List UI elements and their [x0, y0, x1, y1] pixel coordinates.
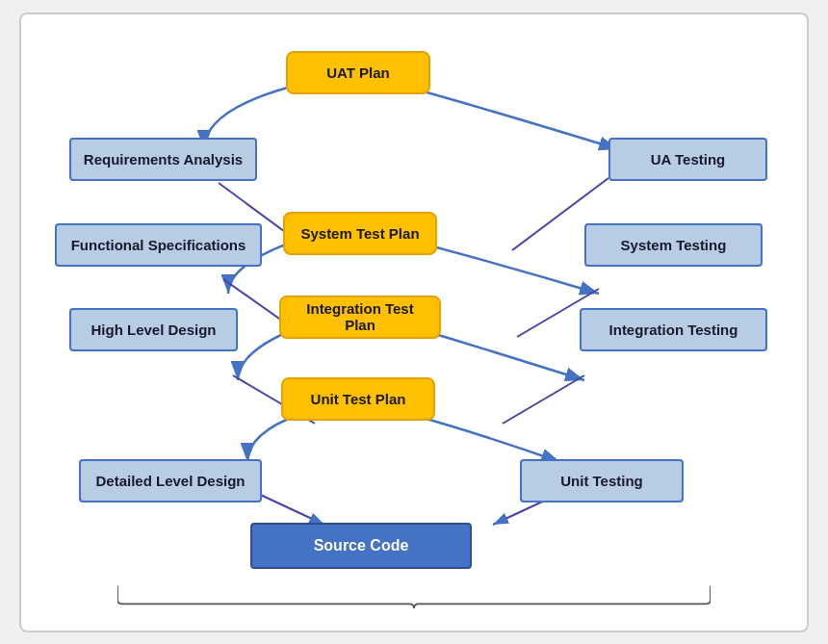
functional-specs-label: Functional Specifications	[71, 237, 246, 253]
svg-line-8	[252, 491, 324, 525]
integration-testing-box: Integration Testing	[580, 308, 767, 351]
bottom-brace	[117, 580, 711, 609]
requirements-analysis-box: Requirements Analysis	[69, 138, 257, 181]
ua-testing-label: UA Testing	[651, 151, 726, 167]
diagram-container: UAT Plan Requirements Analysis UA Testin…	[19, 13, 809, 632]
system-test-plan-label: System Test Plan	[300, 225, 419, 242]
uat-plan-box: UAT Plan	[286, 51, 430, 94]
detailed-level-design-label: Detailed Level Design	[95, 473, 245, 489]
uat-plan-label: UAT Plan	[326, 64, 390, 81]
unit-test-plan-box: Unit Test Plan	[281, 377, 435, 421]
diagram-inner: UAT Plan Requirements Analysis UA Testin…	[40, 34, 788, 611]
svg-line-7	[503, 375, 584, 424]
integration-test-plan-box: Integration Test Plan	[279, 296, 441, 339]
high-level-design-label: High Level Design	[91, 322, 216, 338]
integration-test-plan-label: Integration Test Plan	[291, 300, 429, 333]
system-testing-box: System Testing	[584, 223, 763, 267]
high-level-design-box: High Level Design	[69, 308, 238, 351]
unit-testing-label: Unit Testing	[560, 473, 643, 489]
requirements-analysis-label: Requirements Analysis	[84, 151, 243, 167]
ua-testing-box: UA Testing	[608, 138, 767, 181]
detailed-level-design-box: Detailed Level Design	[79, 459, 262, 502]
integration-testing-label: Integration Testing	[609, 322, 738, 338]
functional-specs-box: Functional Specifications	[55, 223, 262, 267]
source-code-box: Source Code	[250, 523, 472, 569]
unit-testing-box: Unit Testing	[520, 459, 684, 502]
system-testing-label: System Testing	[621, 237, 727, 253]
system-test-plan-box: System Test Plan	[283, 212, 437, 255]
source-code-label: Source Code	[314, 537, 409, 554]
unit-test-plan-label: Unit Test Plan	[311, 391, 406, 407]
